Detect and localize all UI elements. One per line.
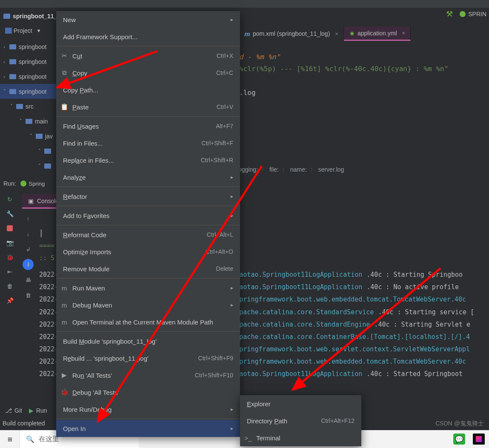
stop-icon[interactable] bbox=[5, 224, 14, 233]
menu-icon: m bbox=[60, 302, 68, 309]
menu-item[interactable]: Optimize ImportsCtrl+Alt+O bbox=[56, 243, 240, 260]
folder-icon bbox=[44, 149, 51, 154]
menu-item[interactable]: ✂CutCtrl+X bbox=[56, 47, 240, 64]
menu-item[interactable]: Find in Files...Ctrl+Shift+F bbox=[56, 135, 240, 152]
menu-item[interactable]: Replace in Files...Ctrl+Shift+R bbox=[56, 152, 240, 169]
menu-item[interactable]: Find UsagesAlt+F7 bbox=[56, 118, 240, 135]
menu-icon: ✂ bbox=[60, 52, 68, 60]
top-right-toolbar: ⚒ SPRIN bbox=[446, 9, 486, 19]
folder-icon bbox=[3, 14, 10, 19]
menu-item[interactable]: More Run/Debug▸ bbox=[56, 401, 240, 418]
tray: 💬 bbox=[453, 430, 489, 448]
menu-icon: m bbox=[60, 319, 68, 326]
menu-item[interactable]: Reformat CodeCtrl+Alt+L bbox=[56, 226, 240, 243]
spring-icon bbox=[20, 181, 26, 187]
context-menu[interactable]: New▸Add Framework Support...✂CutCtrl+X⧉C… bbox=[56, 11, 240, 437]
chevron-icon: › bbox=[3, 44, 8, 49]
camera-icon[interactable]: 📷 bbox=[5, 238, 14, 247]
chevron-icon: ˅ bbox=[10, 103, 14, 109]
chevron-icon: ˅ bbox=[38, 163, 43, 169]
menu-item[interactable]: New▸ bbox=[56, 11, 240, 28]
git-toolwindow[interactable]: ⎇Git bbox=[5, 407, 22, 414]
folder-icon bbox=[16, 104, 23, 109]
project-icon bbox=[5, 28, 12, 34]
menu-icon: >_ bbox=[244, 434, 252, 442]
menu-item[interactable]: mOpen Terminal at the Current Maven Modu… bbox=[56, 313, 240, 330]
folder-icon bbox=[9, 89, 16, 94]
submenu-open-in[interactable]: ExplorerDirectory PathCtrl+Alt+F12>_Term… bbox=[240, 395, 361, 446]
menu-item[interactable]: Add to Favorites▸ bbox=[56, 207, 240, 224]
folder-icon bbox=[26, 119, 32, 124]
menu-item[interactable]: ⧉CopyCtrl+C bbox=[56, 64, 240, 81]
editor-tabs: m pom.xml (springboot_11_log) × ◉ applic… bbox=[239, 26, 411, 41]
close-icon[interactable]: × bbox=[335, 31, 338, 37]
project-tool-header[interactable]: Project ▼ bbox=[5, 25, 41, 37]
run-label: Run: bbox=[3, 180, 16, 187]
menu-icon: ⧉ bbox=[60, 69, 68, 77]
submenu-item[interactable]: >_Terminal bbox=[240, 429, 361, 446]
window-titlebar bbox=[0, 0, 489, 8]
watermark: CSDN @鬼鬼骑士 bbox=[435, 420, 484, 428]
intellij-icon[interactable] bbox=[473, 434, 485, 445]
wrap-icon[interactable]: ↲ bbox=[23, 244, 34, 255]
menu-item[interactable]: Build Module 'springboot_11_log' bbox=[56, 333, 240, 350]
chevron-down-icon[interactable]: ▼ bbox=[37, 28, 41, 33]
run-config-selector[interactable]: SPRIN bbox=[460, 11, 486, 17]
editor-breadcrumb[interactable]: ogging:〉 file:〉 name:〉 server.log bbox=[238, 166, 344, 173]
menu-item[interactable]: ▶Run 'All Tests'Ctrl+Shift+F10 bbox=[56, 367, 240, 384]
submenu-item[interactable]: Directory PathCtrl+Alt+F12 bbox=[240, 412, 361, 429]
menu-item[interactable]: mDebug Maven▸ bbox=[56, 296, 240, 313]
pin-icon[interactable]: 📌 bbox=[5, 296, 14, 305]
menu-item[interactable]: 📋PasteCtrl+V bbox=[56, 98, 240, 115]
tab-application-yml[interactable]: ◉ application.yml × bbox=[344, 26, 411, 41]
up-icon[interactable]: ↑ bbox=[23, 213, 34, 224]
chevron-icon: › bbox=[3, 59, 8, 64]
close-icon[interactable]: × bbox=[402, 30, 406, 36]
folder-icon bbox=[36, 134, 43, 139]
console-gutter: ↑ ↓ ↲ ⬇ 🖶 🗑 bbox=[20, 213, 36, 301]
build-icon[interactable]: ⚒ bbox=[446, 9, 453, 19]
trash-icon[interactable]: 🗑 bbox=[5, 282, 14, 290]
exit-icon[interactable]: ⇤ bbox=[5, 267, 14, 276]
submenu-item[interactable]: Explorer bbox=[240, 395, 361, 412]
print-icon[interactable]: 🖶 bbox=[23, 274, 34, 285]
start-button[interactable]: ⊞ bbox=[0, 430, 20, 448]
menu-icon: 🐞 bbox=[60, 388, 68, 396]
menu-item[interactable]: Add Framework Support... bbox=[56, 28, 240, 45]
wechat-icon[interactable]: 💬 bbox=[453, 434, 465, 445]
folder-icon bbox=[9, 44, 16, 49]
editor-line: d - %m %n" bbox=[239, 51, 489, 63]
menu-item[interactable]: Open In▸ bbox=[56, 420, 240, 437]
spring-icon bbox=[460, 11, 466, 17]
menu-item[interactable]: Refactor▸ bbox=[56, 188, 240, 205]
bottom-toolwindow-bar: ⎇Git ▶Run bbox=[5, 407, 47, 414]
spring-icon: ◉ bbox=[349, 30, 355, 36]
down-icon[interactable]: ↓ bbox=[23, 228, 34, 239]
editor-line: .log bbox=[239, 87, 489, 99]
maven-icon: m bbox=[244, 31, 250, 37]
menu-icon: ▶ bbox=[60, 371, 68, 379]
download-icon[interactable]: ⬇ bbox=[23, 259, 34, 270]
editor-line: %clr(%5p) --- [%16t] %clr(%-40c.40c){cya… bbox=[239, 63, 489, 75]
folder-icon bbox=[9, 59, 16, 64]
chevron-icon: ˅ bbox=[3, 89, 8, 94]
editor-area[interactable]: d - %m %n" %clr(%5p) --- [%16t] %clr(%-4… bbox=[239, 51, 489, 99]
run-toolwindow[interactable]: ▶Run bbox=[29, 407, 47, 414]
menu-item[interactable]: Copy Path... bbox=[56, 81, 240, 98]
delete-icon[interactable]: 🗑 bbox=[23, 290, 34, 301]
bug-settings-icon[interactable]: 🐞 bbox=[5, 253, 14, 261]
rerun-icon[interactable]: ↻ bbox=[5, 195, 14, 204]
chevron-icon: ˅ bbox=[38, 148, 43, 154]
project-title: springboot_11_ bbox=[13, 13, 57, 20]
menu-item[interactable]: 🐞Debug 'All Tests' bbox=[56, 384, 240, 401]
menu-item[interactable]: Remove ModuleDelete bbox=[56, 260, 240, 277]
menu-item[interactable]: Analyze▸ bbox=[56, 169, 240, 186]
menu-item[interactable]: Rebuild ... 'springboot_11_log'Ctrl+Shif… bbox=[56, 350, 240, 367]
chevron-icon: ˅ bbox=[30, 133, 34, 139]
menu-item[interactable]: mRun Maven▸ bbox=[56, 279, 240, 296]
menu-icon: m bbox=[60, 284, 68, 292]
run-config[interactable]: Spring bbox=[20, 181, 45, 187]
wrench-icon[interactable]: 🔧 bbox=[5, 210, 14, 218]
folder-icon bbox=[44, 164, 51, 169]
tab-pom[interactable]: m pom.xml (springboot_11_log) × bbox=[239, 26, 344, 41]
